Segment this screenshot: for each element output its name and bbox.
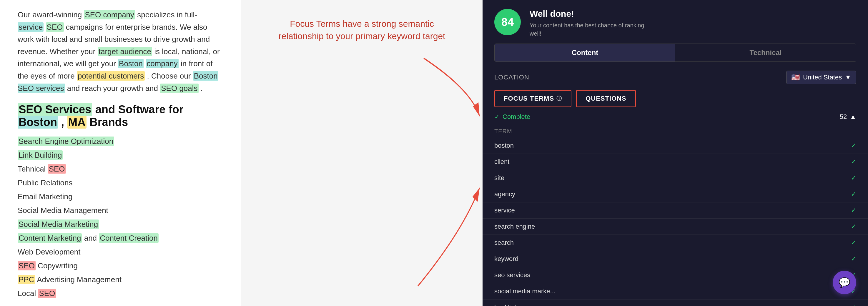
list-item: Link Building bbox=[18, 148, 224, 162]
list-item: Social Media Management bbox=[18, 204, 224, 217]
questions-tab[interactable]: QUESTIONS bbox=[576, 90, 636, 107]
list-item: PPC Advertising Management bbox=[18, 273, 224, 286]
ppc-tag: PPC bbox=[18, 275, 35, 284]
score-circle: 84 bbox=[494, 9, 521, 35]
location-select[interactable]: 🇺🇸 United States ▼ bbox=[786, 71, 856, 84]
tab-bar: Content Technical bbox=[494, 43, 856, 62]
check-icon: ✓ bbox=[851, 158, 856, 166]
header-text: Well done! Your content has the best cha… bbox=[530, 9, 644, 38]
check-icon: ✓ bbox=[851, 142, 856, 150]
term-name: client bbox=[494, 158, 509, 166]
complete-row: ✓ Complete 52 ▲ bbox=[483, 110, 868, 125]
list-item: Public Relations bbox=[18, 176, 224, 190]
check-icon: ✓ bbox=[851, 190, 856, 198]
term-name: boston bbox=[494, 142, 514, 150]
info-icon: ⓘ bbox=[556, 95, 562, 102]
term-name: backlinks bbox=[494, 304, 521, 306]
check-icon: ✓ bbox=[851, 207, 856, 214]
term-name: search engine bbox=[494, 223, 535, 231]
location-label: LOCATION bbox=[494, 73, 529, 81]
seo-services-heading-highlight: SEO Services bbox=[18, 103, 92, 116]
term-name: service bbox=[494, 207, 515, 214]
term-name: seo services bbox=[494, 271, 530, 279]
term-row[interactable]: service ✓ bbox=[483, 203, 868, 219]
term-row[interactable]: boston ✓ bbox=[483, 138, 868, 154]
flag-icon: 🇺🇸 bbox=[791, 73, 800, 82]
annotation-panel: Focus Terms have a strong semantic relat… bbox=[241, 0, 483, 306]
focus-terms-tab[interactable]: FOCUS TERMS ⓘ bbox=[494, 90, 571, 107]
boston-highlight: Boston bbox=[118, 59, 144, 68]
term-row[interactable]: agency ✓ bbox=[483, 186, 868, 203]
term-row[interactable]: social media marke... ✓ bbox=[483, 283, 868, 300]
term-row[interactable]: site ✓ bbox=[483, 170, 868, 186]
service-item-highlight: Link Building bbox=[18, 150, 63, 160]
term-row[interactable]: search ✓ bbox=[483, 235, 868, 251]
location-row: LOCATION 🇺🇸 United States ▼ bbox=[483, 68, 868, 90]
term-col-label: TERM bbox=[494, 128, 512, 135]
list-item: Local SEO bbox=[18, 286, 224, 300]
arrows-decoration bbox=[241, 0, 483, 306]
boston-heading-highlight: Boston bbox=[18, 116, 58, 129]
complete-label: Complete bbox=[502, 113, 530, 121]
sidebar-header: 84 Well done! Your content has the best … bbox=[483, 0, 868, 43]
list-item: Email Marketing bbox=[18, 190, 224, 204]
list-item: SEO Copywriting bbox=[18, 259, 224, 273]
chevron-down-icon: ▼ bbox=[845, 73, 851, 81]
seo-goals-highlight: SEO goals bbox=[160, 84, 198, 93]
chat-button[interactable]: 💬 bbox=[833, 271, 856, 294]
content-marketing-highlight: Content Marketing bbox=[18, 233, 82, 243]
seo-company-highlight: SEO company bbox=[84, 10, 135, 20]
location-value: United States bbox=[803, 73, 842, 81]
count-badge: 52 ▲ bbox=[840, 113, 856, 121]
well-done-title: Well done! bbox=[530, 9, 644, 19]
check-icon: ✓ bbox=[851, 239, 856, 247]
top-annotation: Focus Terms have a strong semantic relat… bbox=[274, 18, 450, 42]
list-item: Social Media Marketing bbox=[18, 217, 224, 231]
potential-customers-highlight: potential customers bbox=[77, 71, 145, 81]
seo-highlight: SEO bbox=[46, 22, 64, 32]
list-item: Tehnical SEO bbox=[18, 162, 224, 176]
services-list: Search Engine Optimization Link Building… bbox=[18, 134, 224, 300]
count-value: 52 bbox=[840, 113, 847, 121]
term-row[interactable]: search engine ✓ bbox=[483, 219, 868, 235]
service-item-highlight: Social Media Marketing bbox=[18, 219, 99, 229]
seo-tag: SEO bbox=[38, 288, 56, 298]
list-item: Content Marketing and Content Creation bbox=[18, 231, 224, 245]
complete-badge: ✓ Complete bbox=[494, 113, 530, 121]
term-name: agency bbox=[494, 190, 515, 198]
focus-terms-label: FOCUS TERMS bbox=[504, 95, 554, 102]
check-icon: ✓ bbox=[851, 174, 856, 182]
seo-tag: SEO bbox=[48, 164, 66, 174]
content-creation-highlight: Content Creation bbox=[99, 233, 159, 243]
check-icon: ✓ bbox=[494, 113, 500, 121]
tab-technical[interactable]: Technical bbox=[675, 44, 856, 61]
term-name: keyword bbox=[494, 255, 519, 263]
service-item-highlight: Search Engine Optimization bbox=[18, 136, 114, 146]
term-name: search bbox=[494, 239, 514, 247]
well-done-subtitle: Your content has the best chance of rank… bbox=[530, 21, 644, 38]
term-row[interactable]: keyword ✓ bbox=[483, 251, 868, 267]
intro-paragraph: Our award-winning SEO company specialize… bbox=[18, 9, 224, 94]
terms-list: boston ✓ client ✓ site ✓ agency ✓ servic… bbox=[483, 138, 868, 306]
seo-tag: SEO bbox=[18, 261, 36, 270]
table-header-row: TERM bbox=[483, 125, 868, 138]
term-row[interactable]: backlinks ✓ bbox=[483, 300, 868, 306]
list-item: Web Development bbox=[18, 245, 224, 259]
term-row[interactable]: client ✓ bbox=[483, 154, 868, 170]
company-highlight: company bbox=[146, 59, 179, 68]
ma-heading-highlight: MA bbox=[67, 116, 87, 129]
check-icon: ✓ bbox=[851, 304, 856, 306]
target-audience-highlight: target audience bbox=[98, 47, 152, 56]
term-row[interactable]: seo services ✓ bbox=[483, 267, 868, 283]
annotation-text-top: Focus Terms have a strong semantic relat… bbox=[274, 18, 450, 42]
service-highlight: service bbox=[18, 22, 43, 32]
term-name: site bbox=[494, 174, 504, 182]
focus-tabs-row: FOCUS TERMS ⓘ QUESTIONS bbox=[494, 90, 856, 107]
sidebar: 84 Well done! Your content has the best … bbox=[483, 0, 868, 306]
chevron-up-icon: ▲ bbox=[850, 113, 856, 121]
check-icon: ✓ bbox=[851, 223, 856, 231]
tab-content[interactable]: Content bbox=[495, 44, 675, 61]
term-name: social media marke... bbox=[494, 287, 556, 295]
section1-heading: SEO Services and Software for Boston , M… bbox=[18, 103, 224, 129]
list-item: Search Engine Optimization bbox=[18, 134, 224, 148]
